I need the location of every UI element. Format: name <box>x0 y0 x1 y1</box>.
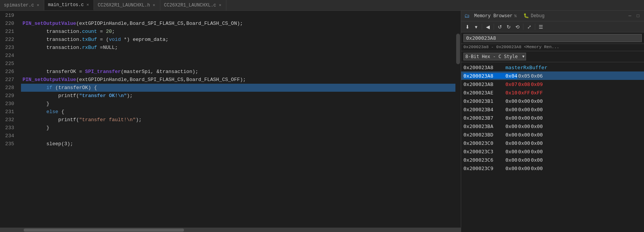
code-line: if (transferOK) { <box>21 84 455 92</box>
memory-address: 0x200023B7 <box>463 115 505 121</box>
code-content[interactable]: PIN_setOutputValue(extGPIOPinHandle,Boar… <box>21 11 455 227</box>
toolbar-sep-2 <box>494 24 494 30</box>
line-number: 235 <box>0 140 17 148</box>
toolbar-sep-4 <box>535 24 535 30</box>
memory-address: 0x200023B4 <box>463 107 505 112</box>
memory-row[interactable]: 0x200023BA0x000x000x00 <box>461 122 644 130</box>
horizontal-scrollbar[interactable] <box>0 227 461 232</box>
tab-bar: spimaster.c × main_tirtos.c × CC26X2R1_L… <box>0 0 644 11</box>
memory-value: 0x08 <box>518 81 530 87</box>
toolbar-btn-settings[interactable]: ☰ <box>537 23 545 31</box>
vscroll-thumb[interactable] <box>456 34 460 64</box>
code-line: } <box>21 124 455 132</box>
code-token: } <box>23 125 49 131</box>
toolbar-btn-arrow-down2[interactable]: ▾ <box>472 23 480 31</box>
debug-icon: 🐛 <box>523 13 529 19</box>
toolbar-btn-refresh2[interactable]: ↻ <box>505 23 512 31</box>
tab-cc26x2r1-c-close[interactable]: × <box>218 3 222 8</box>
line-number: 219 <box>0 11 17 19</box>
tab-cc26x2r1-c-label: CC26X2R1_LAUNCHXL.c <box>164 3 216 8</box>
code-line: transaction.rxBuf =NULL; <box>21 44 455 52</box>
tab-cc26x2r1-c[interactable]: CC26X2R1_LAUNCHXL.c × <box>160 0 226 10</box>
tab-cc26x2r1-h-label: CC26X2R1_LAUNCHXL.h <box>98 3 150 8</box>
format-select[interactable]: 8-Bit Hex - C Style16-Bit Hex32-Bit Hex8… <box>463 53 526 60</box>
code-token: (extGPIOPinHandle,Board_SPI_FLASH_CS,Boa… <box>76 77 246 83</box>
hscroll-thumb[interactable] <box>24 229 184 232</box>
memory-address: 0x200023C6 <box>463 157 505 163</box>
code-token: else <box>46 109 58 115</box>
tab-memory-browser[interactable]: Memory Browser % <box>472 13 519 19</box>
tab-debug[interactable]: 🐛 Debug <box>521 13 547 19</box>
memory-row[interactable]: 0x200023A80x040x050x06 <box>461 71 644 80</box>
memory-value: 0x00 <box>531 149 543 154</box>
memory-values: 0x000x000x00 <box>505 132 543 138</box>
memory-value: 0x04 <box>505 73 517 79</box>
code-token: void <box>109 37 121 42</box>
code-token: *) eeprom_data; <box>121 37 168 42</box>
line-number: 230 <box>0 100 17 108</box>
tab-cc26x2r1-h-close[interactable]: × <box>152 3 156 8</box>
memory-value: 0x00 <box>505 115 517 121</box>
line-number: 224 <box>0 52 17 60</box>
code-token: transaction. <box>23 37 82 42</box>
vertical-scrollbar[interactable] <box>455 11 461 227</box>
code-line <box>21 60 455 68</box>
memory-row[interactable]: 0x200023A8masterRxBuffer <box>461 63 644 71</box>
memory-address: 0x200023B1 <box>463 98 505 104</box>
memory-value: 0x05 <box>518 73 530 79</box>
address-range-text: 0x200023a8 - 0x200023A8 <Memory Ren... <box>463 45 559 49</box>
memory-row[interactable]: 0x200023AB0x070x080x09 <box>461 80 644 88</box>
panel-maximize[interactable]: □ <box>635 13 641 19</box>
debug-label: Debug <box>531 13 544 19</box>
toolbar-btn-refresh[interactable]: ↺ <box>496 23 504 31</box>
memory-row[interactable]: 0x200023C00x000x000x00 <box>461 139 644 147</box>
line-number: 220 <box>0 19 17 28</box>
toolbar-btn-down-arrow[interactable]: ⬇ <box>463 23 471 31</box>
tab-spimaster-close[interactable]: × <box>36 3 40 8</box>
memory-value: 0x00 <box>505 149 517 154</box>
code-line <box>21 52 455 60</box>
memory-row[interactable]: 0x200023B40x000x000x00 <box>461 105 644 114</box>
memory-value: 0xFF <box>531 90 543 96</box>
memory-address: 0x200023AB <box>463 81 505 87</box>
tab-main-tirtos-label: main_tirtos.c <box>48 2 84 8</box>
code-token: PIN_setOutputValue <box>23 21 76 26</box>
memory-content[interactable]: 0x200023A8masterRxBuffer0x200023A80x040x… <box>461 62 644 232</box>
code-token: ); <box>136 117 142 123</box>
line-number: 231 <box>0 108 17 116</box>
memory-row[interactable]: 0x200023B10x000x000x00 <box>461 97 644 105</box>
code-token: =NULL; <box>97 45 118 50</box>
memory-value: 0x00 <box>531 98 543 104</box>
memory-address: 0x200023A8 <box>463 65 505 70</box>
format-select-wrapper[interactable]: 8-Bit Hex - C Style16-Bit Hex32-Bit Hex8… <box>463 53 526 60</box>
memory-row[interactable]: 0x200023C90x000x000x00 <box>461 164 644 172</box>
memory-row[interactable]: 0x200023C30x000x000x00 <box>461 147 644 156</box>
memory-row[interactable]: 0x200023B70x000x000x00 <box>461 114 644 122</box>
code-token: = ( <box>97 37 109 42</box>
tab-main-tirtos[interactable]: main_tirtos.c × <box>44 0 94 10</box>
memory-row[interactable]: 0x200023BD0x000x000x00 <box>461 130 644 139</box>
memory-value: 0x00 <box>531 157 543 163</box>
tab-spimaster[interactable]: spimaster.c × <box>0 0 44 10</box>
memory-label: masterRxBuffer <box>505 65 642 70</box>
memory-value: 0x00 <box>518 115 530 121</box>
code-line: transaction.count = 20; <box>21 28 455 36</box>
memory-browser-close[interactable]: % <box>514 14 517 18</box>
toolbar-btn-expand[interactable]: ⤢ <box>525 23 533 31</box>
memory-values: 0x000x000x00 <box>505 149 543 154</box>
memory-value: 0x00 <box>518 157 530 163</box>
line-numbers: 2192202212222232242252262272282292302312… <box>0 11 21 227</box>
address-input[interactable] <box>463 34 642 42</box>
line-number: 223 <box>0 44 17 52</box>
code-token: { <box>58 109 65 115</box>
tab-cc26x2r1-h[interactable]: CC26X2R1_LAUNCHXL.h × <box>94 0 160 10</box>
line-number: 227 <box>0 76 17 84</box>
code-line <box>21 132 455 140</box>
toolbar-btn-arrow-left[interactable]: ◀ <box>484 23 492 31</box>
toolbar-btn-reset[interactable]: ⟲ <box>513 23 521 31</box>
memory-row[interactable]: 0x200023C60x000x000x00 <box>461 156 644 164</box>
panel-minimize[interactable]: ─ <box>627 13 633 19</box>
tab-main-tirtos-close[interactable]: × <box>86 2 90 8</box>
memory-row[interactable]: 0x200023AE0x100xFF0xFF <box>461 88 644 97</box>
code-token <box>23 109 46 115</box>
